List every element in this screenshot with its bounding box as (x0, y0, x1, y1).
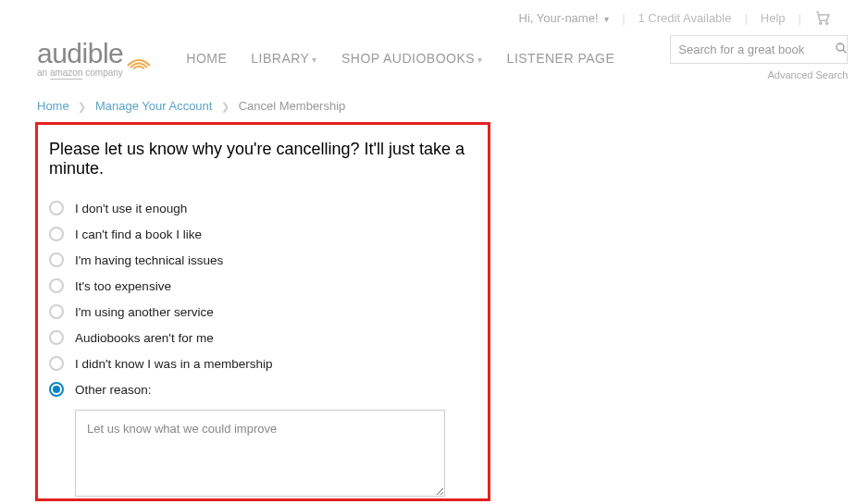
reason-option-other[interactable]: Other reason: (47, 376, 478, 402)
header: audible an amazon company HOME LIBRARY▾ … (0, 26, 868, 86)
reason-label: I'm having technical issues (75, 253, 223, 267)
svg-line-3 (843, 50, 846, 53)
svg-point-0 (820, 22, 822, 24)
divider: | (744, 11, 747, 25)
credit-available: 1 Credit Available (639, 11, 732, 25)
reason-label: I didn't know I was in a membership (75, 357, 272, 371)
cancel-reason-panel: Please let us know why you're cancelling… (35, 122, 490, 501)
chevron-down-icon: ▾ (477, 55, 483, 65)
main-nav: HOME LIBRARY▾ SHOP AUDIOBOOKS▾ LISTENER … (186, 51, 614, 66)
logo-word: audible (37, 38, 123, 69)
breadcrumb-home[interactable]: Home (37, 99, 69, 113)
cart-icon[interactable] (814, 9, 831, 26)
reason-option[interactable]: I'm having technical issues (47, 247, 478, 273)
radio-icon[interactable] (49, 304, 64, 319)
panel-title: Please let us know why you're cancelling… (47, 140, 478, 178)
reason-label: I don't use it enough (75, 202, 187, 215)
reason-option[interactable]: I didn't know I was in a membership (47, 350, 478, 376)
breadcrumb-manage[interactable]: Manage Your Account (95, 99, 213, 113)
utility-bar: Hi, Your-name! ▾ | 1 Credit Available | … (0, 0, 868, 26)
radio-icon[interactable] (49, 382, 64, 397)
greeting-text: Hi, Your-name! (519, 11, 599, 25)
radio-icon[interactable] (49, 252, 64, 267)
nav-library[interactable]: LIBRARY▾ (251, 51, 317, 66)
nav-home[interactable]: HOME (186, 51, 227, 66)
radio-icon[interactable] (49, 201, 64, 215)
reason-option[interactable]: I don't use it enough (47, 195, 478, 221)
other-reason-textarea[interactable] (75, 410, 445, 497)
greeting[interactable]: Hi, Your-name! ▾ (519, 11, 610, 25)
divider: | (799, 11, 801, 25)
breadcrumb: Home ❯ Manage Your Account ❯ Cancel Memb… (0, 86, 868, 122)
reason-label: I'm using another service (75, 305, 214, 319)
reason-option[interactable]: Audiobooks aren't for me (47, 325, 478, 350)
logo-tagline: an amazon company (37, 68, 123, 78)
divider: | (622, 11, 625, 25)
chevron-down-icon: ▾ (312, 55, 317, 65)
nav-listener[interactable]: LISTENER PAGE (507, 51, 615, 66)
radio-icon[interactable] (49, 330, 64, 345)
reason-option[interactable]: It's too expensive (47, 273, 478, 299)
search-box[interactable] (670, 35, 848, 64)
nav-shop[interactable]: SHOP AUDIOBOOKS▾ (341, 51, 483, 66)
advanced-search-link[interactable]: Advanced Search (767, 69, 848, 80)
reason-label: It's too expensive (75, 279, 171, 293)
radio-icon[interactable] (49, 227, 64, 241)
logo-icon (127, 53, 151, 69)
svg-point-2 (837, 43, 844, 51)
search-icon[interactable] (834, 41, 849, 58)
svg-point-1 (825, 22, 827, 24)
search-area: Advanced Search (670, 35, 848, 80)
chevron-right-icon: ❯ (78, 101, 86, 112)
reason-label: I can't find a book I like (75, 227, 202, 241)
chevron-down-icon: ▾ (604, 14, 609, 24)
help-link[interactable]: Help (761, 11, 786, 25)
reason-label: Other reason: (75, 383, 152, 397)
reason-label: Audiobooks aren't for me (75, 331, 214, 345)
radio-icon[interactable] (49, 278, 64, 293)
logo[interactable]: audible an amazon company (37, 38, 151, 78)
search-input[interactable] (678, 43, 834, 56)
reason-option[interactable]: I can't find a book I like (47, 221, 478, 247)
breadcrumb-current: Cancel Membership (239, 99, 346, 113)
chevron-right-icon: ❯ (221, 101, 229, 112)
radio-icon[interactable] (49, 356, 64, 371)
reason-option[interactable]: I'm using another service (47, 299, 478, 325)
